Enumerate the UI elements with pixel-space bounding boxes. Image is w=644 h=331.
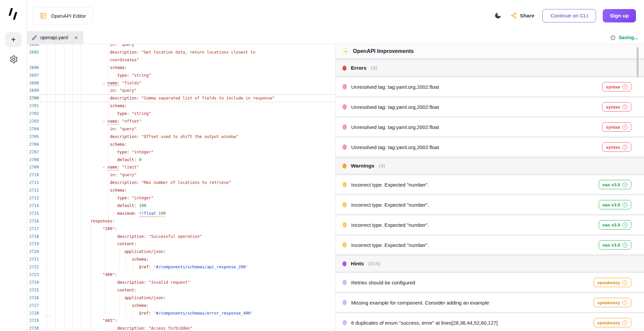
hints-item[interactable]: Missing example for component. Consider … — [336, 293, 644, 312]
code-line-2719[interactable]: 2719content: — [27, 240, 335, 248]
code-line-2729[interactable]: 2729"403": — [27, 317, 335, 325]
dark-mode-toggle[interactable] — [493, 11, 502, 20]
badge-label: speakeasy — [597, 320, 620, 325]
code-line-2723[interactable]: 2723"400": — [27, 271, 335, 279]
info-icon: i — [623, 222, 628, 227]
hints-item[interactable]: Retries should be configuredspeakeasyi — [336, 273, 644, 292]
warnings-item[interactable]: Incorrect type. Expected "number".oas v3… — [336, 215, 644, 234]
warnings-item[interactable]: Incorrect type. Expected "number".oas v3… — [336, 236, 644, 254]
indent-guide — [55, 94, 56, 102]
code-line-wrap[interactable]: coordinates" — [27, 56, 335, 64]
indent-guide — [72, 87, 73, 94]
code-line-2709[interactable]: 2709- name: "limit" — [27, 163, 335, 171]
indent-guide — [64, 64, 64, 72]
code-line-2728[interactable]: 2728$ref: '#/components/schemas/error_re… — [27, 310, 335, 317]
code-editor[interactable]: 2694in: "query"2695description: "Get loc… — [27, 44, 335, 331]
code-text: description: "Max number of locations to… — [110, 179, 231, 187]
section-header-errors[interactable]: Errors(4) — [336, 60, 644, 76]
errors-item[interactable]: Unresolved tag: tag:yaml.org,2002:floats… — [336, 118, 644, 136]
code-line-2718[interactable]: 2718description: "Successful operation" — [27, 233, 335, 241]
indent-guide — [81, 118, 81, 125]
code-line-2720[interactable]: 2720application/json: — [27, 248, 335, 256]
code-line-2714[interactable]: 2714default: 100 — [27, 202, 335, 210]
indent-guide — [47, 141, 47, 148]
code-line-2695[interactable]: 2695description: "Get location data, ret… — [27, 49, 335, 56]
indent-guide — [72, 256, 73, 263]
code-text: schema: — [110, 102, 127, 110]
code-line-2708[interactable]: 2708default: 0 — [27, 156, 335, 164]
code-line-2715[interactable]: 2715maximum: !!float 100 — [27, 210, 335, 217]
code-line-2705[interactable]: 2705description: "Offset used to shift t… — [27, 133, 335, 141]
code-line-2724[interactable]: 2724description: "Invalid request" — [27, 279, 335, 286]
code-line-2706[interactable]: 2706schema: — [27, 141, 335, 148]
code-line-2712[interactable]: 2712schema: — [27, 187, 335, 194]
code-line-2697[interactable]: 2697type: "string" — [27, 72, 335, 79]
warnings-item[interactable]: Incorrect type. Expected "number".oas v3… — [336, 175, 644, 194]
errors-item[interactable]: Unresolved tag: tag:yaml.org,2002:floats… — [336, 77, 644, 96]
indent-guide — [47, 225, 47, 233]
item-badge-oas-v3-0[interactable]: oas v3.0i — [599, 240, 631, 250]
code-line-2725[interactable]: 2725content: — [27, 286, 335, 294]
panel-scrollbar-thumb[interactable] — [637, 47, 639, 77]
item-badge-oas-v3-0[interactable]: oas v3.0i — [599, 180, 631, 189]
tab-openapi-yaml[interactable]: openapi.yaml × — [27, 31, 83, 44]
code-line-2727[interactable]: 2727schema: — [27, 302, 335, 310]
indent-guide — [55, 141, 56, 148]
continue-on-cli-button[interactable]: Continue on CLI — [542, 9, 596, 22]
code-line-2711[interactable]: 2711description: "Max number of location… — [27, 179, 335, 187]
code-line-2698[interactable]: 2698- name: "fields" — [27, 79, 335, 87]
code-line-2699[interactable]: 2699in: "query" — [27, 87, 335, 94]
tab-close-icon[interactable]: × — [74, 35, 78, 41]
hidden-diagnostics-marker[interactable]: ... — [44, 267, 52, 271]
item-badge-oas-v3-0[interactable]: oas v3.0i — [599, 200, 631, 209]
code-line-2704[interactable]: 2704in: "query" — [27, 125, 335, 133]
indent-guide — [55, 202, 56, 210]
code-line-2717[interactable]: 2717"200": — [27, 225, 335, 233]
code-text: "400": — [103, 271, 117, 279]
share-button[interactable]: Share — [509, 11, 536, 20]
indent-guide — [64, 141, 64, 148]
code-line-2716[interactable]: 2716responses: — [27, 217, 335, 225]
item-badge-speakeasy[interactable]: speakeasyi — [594, 298, 631, 307]
section-header-hints[interactable]: Hints(415) — [336, 256, 644, 272]
code-text: description: "Offset used to shift the o… — [110, 133, 238, 141]
code-line-2722[interactable]: 2722$ref: '#/components/schemas/api_resp… — [27, 263, 335, 271]
errors-item[interactable]: Unresolved tag: tag:yaml.org,2002:floats… — [336, 97, 644, 116]
line-number: 2724 — [27, 279, 39, 286]
code-line-2701[interactable]: 2701schema: — [27, 102, 335, 110]
item-badge-speakeasy[interactable]: speakeasyi — [594, 318, 631, 327]
settings-gear-icon[interactable] — [9, 55, 18, 64]
item-badge-syntax[interactable]: syntaxi — [602, 142, 631, 152]
code-line-2730[interactable]: 2730description: "Access forbidden" — [27, 325, 335, 331]
code-line-2721[interactable]: 2721schema: — [27, 256, 335, 263]
new-document-button[interactable]: + — [5, 32, 22, 47]
code-line-2707[interactable]: 2707type: "integer" — [27, 148, 335, 156]
code-line-2710[interactable]: 2710in: "query" — [27, 171, 335, 179]
code-line-2696[interactable]: 2696schema: — [27, 64, 335, 72]
improvements-header: OpenAPI Improvements — [336, 44, 644, 59]
item-badge-syntax[interactable]: syntaxi — [602, 122, 631, 132]
code-line-2726[interactable]: 2726application/json: — [27, 294, 335, 302]
code-line-2694[interactable]: 2694in: "query" — [27, 44, 335, 49]
indent-guide — [47, 317, 47, 325]
item-badge-syntax[interactable]: syntaxi — [602, 102, 631, 112]
indent-guide — [55, 317, 56, 325]
hidden-diagnostics-marker[interactable]: ... — [44, 313, 52, 317]
indent-guide — [72, 194, 73, 202]
warnings-item[interactable]: Incorrect type. Expected "number".oas v3… — [336, 195, 644, 214]
item-badge-speakeasy[interactable]: speakeasyi — [594, 278, 631, 287]
errors-item[interactable]: Unresolved tag: tag:yaml.org,2002:floats… — [336, 138, 644, 156]
code-line-2702[interactable]: 2702type: "string" — [27, 110, 335, 118]
hints-item[interactable]: 6 duplicates of enum "success, error" at… — [336, 313, 644, 331]
badge-label: oas v3.0 — [602, 202, 620, 207]
indent-guide — [55, 148, 56, 156]
item-badge-syntax[interactable]: syntaxi — [602, 82, 631, 91]
section-header-warnings[interactable]: Warnings(4) — [336, 158, 644, 174]
code-line-2713[interactable]: 2713type: "integer" — [27, 194, 335, 202]
code-line-2703[interactable]: 2703- name: "offset" — [27, 118, 335, 125]
hints-dot-icon — [342, 261, 346, 266]
code-line-2700[interactable]: 2700description: "Comma separated list o… — [27, 94, 335, 102]
sign-up-button[interactable]: Sign up — [603, 9, 636, 22]
item-badge-oas-v3-0[interactable]: oas v3.0i — [599, 220, 631, 229]
code-text: description: "Comma separated list of fi… — [110, 94, 275, 102]
